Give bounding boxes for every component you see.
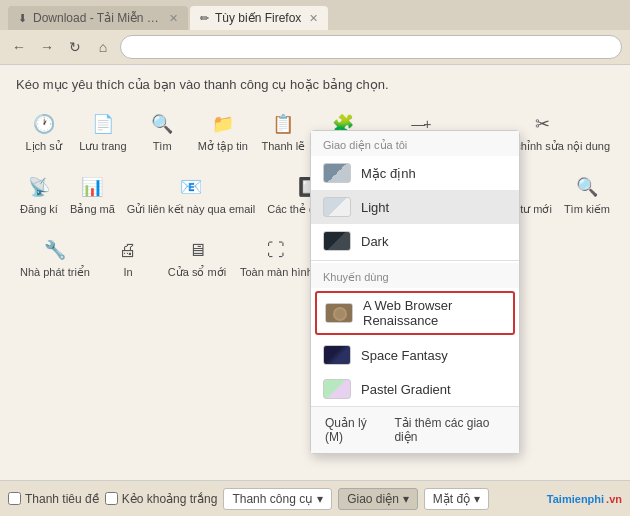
dev-label: Nhà phát triển [20,266,90,279]
default-theme-icon [323,163,351,183]
home-button[interactable]: ⌂ [92,36,114,58]
logo-badge: Taimienphi.vn [547,493,622,505]
dropdown-item-pastel[interactable]: Pastel Gradient [311,372,519,406]
history-icon: 🕐 [32,112,56,136]
tab-2[interactable]: ✏ Tùy biến Firefox ✕ [190,6,328,30]
whitespace-checkbox[interactable]: Kẻo khoảng trắng [105,492,218,506]
fullscreen-label: Toàn màn hình [240,266,313,278]
dropdown-item-default[interactable]: Mặc định [311,156,519,190]
title-bar-input[interactable] [8,492,21,505]
dropdown-item-renaissance[interactable]: A Web Browser Renaissance [317,293,513,333]
dark-theme-icon [323,231,351,251]
space-theme-label: Space Fantasy [361,348,448,363]
title-bar-checkbox[interactable]: Thanh tiêu đề [8,492,99,506]
browser-chrome: ⬇ Download - Tải Miễn Phí VN – ✕ ✏ Tùy b… [0,0,630,65]
pastel-theme-icon [323,379,351,399]
checkout-label: Thanh lẽ [261,140,305,153]
barcode-label: Bảng mã [70,203,115,216]
pastel-theme-label: Pastel Gradient [361,382,451,397]
toolbar-openfile[interactable]: 📁 Mở tập tin [194,106,252,159]
theme-dropdown-button[interactable]: Giao diện ▾ [338,488,418,510]
email-icon: 📧 [179,175,203,199]
fullscreen-icon: ⛶ [264,238,288,262]
newwindow-label: Cửa sổ mới [168,266,226,279]
density-dropdown[interactable]: Mặt độ ▾ [424,488,489,510]
more-themes-button[interactable]: Tải thêm các giao diện [388,413,511,447]
whitespace-label: Kẻo khoảng trắng [122,492,218,506]
toolbar-dropdown[interactable]: Thanh công cụ ▾ [223,488,332,510]
density-dropdown-arrow: ▾ [474,492,480,506]
tab-2-label: Tùy biến Firefox [215,11,301,25]
bookmark-label: Lưu trang [79,140,126,153]
dropdown-item-space[interactable]: Space Fantasy [311,338,519,372]
toolbar-checkout[interactable]: 📋 Thanh lẽ [256,106,311,159]
address-bar[interactable] [120,35,622,59]
dropdown-item-light[interactable]: Light [311,190,519,224]
toolbar-barcode[interactable]: 📊 Bảng mã [66,169,119,222]
toolbar-search[interactable]: 🔍 Tìm kiếm [560,169,614,222]
subscribe-icon: 📡 [27,175,51,199]
toolbar-dev[interactable]: 🔧 Nhà phát triển [16,232,94,285]
page-title: Kéo mục yêu thích của bạn vào thanh công… [16,77,614,92]
dropdown-divider-1 [311,260,519,261]
back-button[interactable]: ← [8,36,30,58]
openfile-label: Mở tập tin [198,140,248,153]
email-label: Gửi liên kết này qua email [127,203,255,216]
forward-button[interactable]: → [36,36,58,58]
svg-point-2 [335,309,345,319]
bottom-bar: Thanh tiêu đề Kẻo khoảng trắng Thanh côn… [0,480,630,516]
title-bar-label: Thanh tiêu đề [25,492,99,506]
light-theme-label: Light [361,200,389,215]
print-label: In [123,266,132,278]
search-icon: 🔍 [575,175,599,199]
print-icon: 🖨 [116,238,140,262]
toolbar-bookmark[interactable]: 📄 Lưu trang [75,106,130,159]
dropdown-footer: Quản lý (M) Tải thêm các giao diện [311,406,519,453]
logo-vn: .vn [606,493,622,505]
checkout-icon: 📋 [271,112,295,136]
toolbar-find[interactable]: 🔍 Tìm [135,106,190,159]
dropdown-section2-label: Khuyến dùng [311,263,519,288]
density-dropdown-label: Mặt độ [433,492,470,506]
toolbar-subscribe[interactable]: 📡 Đăng kí [16,169,62,222]
dev-icon: 🔧 [43,238,67,262]
dropdown-item-dark[interactable]: Dark [311,224,519,258]
tab-2-icon: ✏ [200,12,209,25]
toolbar-email[interactable]: 📧 Gửi liên kết này qua email [123,169,259,222]
light-theme-icon [323,197,351,217]
reload-button[interactable]: ↻ [64,36,86,58]
dark-theme-label: Dark [361,234,388,249]
toolbar-newwindow[interactable]: 🖥 Cửa sổ mới [162,232,232,285]
toolbar-fullscreen[interactable]: ⛶ Toàn màn hình [236,232,317,285]
nav-bar: ← → ↻ ⌂ [0,30,630,64]
renaissance-theme-label: A Web Browser Renaissance [363,298,505,328]
find-icon: 🔍 [150,112,174,136]
toolbar-history[interactable]: 🕐 Lịch sử [16,106,71,159]
toolbar-dropdown-label: Thanh công cụ [232,492,313,506]
tab-1-close[interactable]: ✕ [169,12,178,25]
find-label: Tìm [153,140,172,152]
whitespace-input[interactable] [105,492,118,505]
tab-1-label: Download - Tải Miễn Phí VN – [33,11,161,25]
barcode-icon: 📊 [80,175,104,199]
toolbar-print[interactable]: 🖨 In [98,232,158,285]
dropdown-section1-label: Giao diện của tôi [311,131,519,156]
manage-button[interactable]: Quản lý (M) [319,413,388,447]
theme-dropdown-label: Giao diện [347,492,399,506]
search-label: Tìm kiếm [564,203,610,216]
tab-1-icon: ⬇ [18,12,27,25]
space-theme-icon [323,345,351,365]
subscribe-label: Đăng kí [20,203,58,215]
newwindow-icon: 🖥 [185,238,209,262]
history-label: Lịch sử [25,140,61,153]
tab-2-close[interactable]: ✕ [309,12,318,25]
tab-1[interactable]: ⬇ Download - Tải Miễn Phí VN – ✕ [8,6,188,30]
edit-icon: ✂ [530,112,554,136]
tab-bar: ⬇ Download - Tải Miễn Phí VN – ✕ ✏ Tùy b… [0,0,630,30]
logo-text: Taimienphi [547,493,604,505]
openfile-icon: 📁 [211,112,235,136]
renaissance-theme-icon [325,303,353,323]
theme-dropdown-arrow: ▾ [403,492,409,506]
default-theme-label: Mặc định [361,166,416,181]
theme-dropdown: Giao diện của tôi Mặc định Light Dark Kh… [310,130,520,454]
